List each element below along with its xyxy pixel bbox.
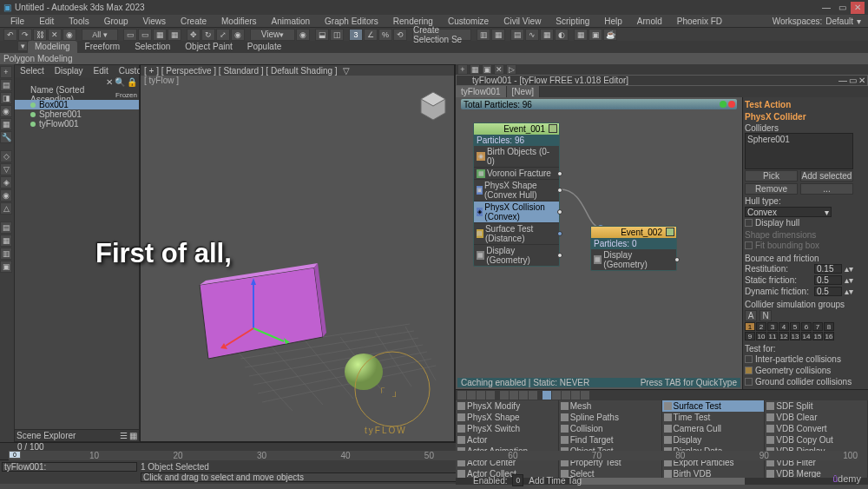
restitution-input[interactable] bbox=[814, 264, 842, 274]
spinner-icon[interactable]: ▴▾ bbox=[845, 287, 853, 296]
menu-create[interactable]: Create bbox=[174, 17, 214, 26]
tool-icon-b[interactable]: ▽ bbox=[0, 163, 12, 175]
link-button[interactable]: ⛓ bbox=[33, 29, 47, 41]
pivot-button[interactable]: ◉ bbox=[296, 29, 310, 41]
tool-icon-d[interactable]: ◉ bbox=[0, 189, 12, 202]
maximize-icon[interactable]: ▭ bbox=[849, 76, 857, 85]
pick-button[interactable]: Pick bbox=[745, 170, 798, 182]
lib-icon[interactable] bbox=[500, 391, 509, 400]
angle-snap-button[interactable]: ∠ bbox=[364, 29, 378, 41]
physx-collider-header[interactable]: PhysX Collider bbox=[745, 111, 853, 122]
sim-group-cell[interactable]: 12 bbox=[779, 332, 789, 340]
se-tab-edit[interactable]: Edit bbox=[89, 65, 114, 77]
close-button[interactable]: ✕ bbox=[851, 2, 865, 14]
hierarchy-panel-icon[interactable]: ◨ bbox=[0, 92, 12, 104]
tool-icon-i[interactable]: ▣ bbox=[0, 261, 12, 273]
all-button[interactable]: A bbox=[745, 310, 757, 321]
lib-item[interactable]: VDB Clear bbox=[765, 412, 867, 423]
minimize-button[interactable]: — bbox=[819, 2, 833, 14]
tool-icon-a[interactable]: ◇ bbox=[0, 150, 12, 162]
sim-group-cell[interactable]: 3 bbox=[767, 322, 778, 331]
snap-button[interactable]: 3 bbox=[349, 29, 363, 41]
add-selected-button[interactable]: Add selected bbox=[800, 170, 853, 182]
lib-icon[interactable] bbox=[467, 391, 476, 400]
modify-panel-icon[interactable]: ▤ bbox=[0, 79, 12, 91]
op-surface-test[interactable]: ▤Surface Test (Distance) bbox=[474, 223, 559, 245]
menu-edit[interactable]: Edit bbox=[32, 17, 61, 26]
sim-group-cell[interactable]: 9 bbox=[745, 332, 755, 340]
sim-group-cell[interactable]: 2 bbox=[756, 322, 766, 331]
material-editor-button[interactable]: ◐ bbox=[555, 29, 569, 41]
menu-animation[interactable]: Animation bbox=[265, 17, 317, 26]
ribbon-tab-modeling[interactable]: Modeling bbox=[28, 41, 77, 53]
list-item[interactable]: Sphere001 bbox=[15, 109, 139, 119]
node-graph[interactable]: Total Particles: 96 Event_001 Particles:… bbox=[456, 97, 742, 389]
op-physx-collision[interactable]: ◈PhysX Collision (Convex) bbox=[474, 202, 559, 223]
lib-item[interactable]: Actor bbox=[456, 434, 558, 446]
op-display[interactable]: ▦Display (Geometry) bbox=[474, 245, 559, 266]
move-button[interactable]: ✥ bbox=[187, 29, 201, 41]
schematic-button[interactable]: ▦ bbox=[540, 29, 554, 41]
undo-button[interactable]: ↶ bbox=[3, 29, 17, 41]
layer-button[interactable]: ▤ bbox=[510, 29, 524, 41]
tool-icon-g[interactable]: ▦ bbox=[0, 235, 12, 247]
refsys-dropdown[interactable]: View ▾ bbox=[250, 29, 295, 41]
menu-icon[interactable]: ☰ bbox=[120, 431, 128, 440]
se-tab-display[interactable]: Display bbox=[49, 65, 89, 77]
lib-item[interactable]: PhysX Modify bbox=[456, 400, 558, 412]
sim-group-cell[interactable]: 13 bbox=[790, 332, 800, 340]
test-action-header[interactable]: Test Action bbox=[745, 99, 853, 110]
add-icon[interactable]: + bbox=[457, 64, 468, 75]
lib-item[interactable]: PhysX Switch bbox=[456, 423, 558, 434]
list-item[interactable]: tyFlow001 bbox=[15, 119, 139, 129]
more-button[interactable]: ... bbox=[800, 183, 853, 195]
sim-group-cell[interactable]: 7 bbox=[812, 322, 823, 331]
lib-item[interactable]: Birth VDB bbox=[662, 468, 765, 478]
maximize-button[interactable]: ▭ bbox=[835, 2, 849, 14]
ribbon-tab-selection[interactable]: Selection bbox=[128, 41, 177, 53]
editor-tab[interactable]: tyFlow001 bbox=[456, 86, 507, 97]
named-sel-dropdown[interactable]: Create Selection Se bbox=[412, 29, 471, 41]
workspace-dropdown[interactable]: Default bbox=[825, 17, 853, 26]
ribbon-tab-populate[interactable]: Populate bbox=[240, 41, 288, 53]
sphere-object[interactable] bbox=[345, 354, 383, 390]
percent-snap-button[interactable]: % bbox=[378, 29, 392, 41]
tool-icon-c[interactable]: ◈ bbox=[0, 176, 12, 188]
menu-tools[interactable]: Tools bbox=[62, 17, 95, 26]
lib-item[interactable]: Camera Cull bbox=[662, 423, 765, 434]
delete-icon[interactable]: ✕ bbox=[494, 64, 504, 75]
op-birth[interactable]: ◉Birth Objects (0-0) bbox=[474, 146, 559, 168]
render-setup-button[interactable]: ▦ bbox=[574, 29, 588, 41]
render-button[interactable]: ☕ bbox=[603, 29, 617, 41]
chevron-down-icon[interactable]: ▾ bbox=[857, 17, 861, 26]
fit-bbox-checkbox[interactable] bbox=[745, 241, 753, 249]
lib-icon[interactable] bbox=[529, 391, 537, 400]
menu-help[interactable]: Help bbox=[597, 17, 629, 26]
select-rect-button[interactable]: ▦ bbox=[153, 29, 167, 41]
search-icon[interactable]: 🔍 bbox=[115, 77, 125, 89]
utilities-panel-icon[interactable]: 🔧 bbox=[0, 131, 12, 143]
lock-icon[interactable]: 🔒 bbox=[127, 77, 137, 89]
editor-tab-new[interactable]: [New] bbox=[507, 86, 541, 97]
event-header[interactable]: Event_001 bbox=[474, 123, 559, 135]
sim-group-cell[interactable]: 10 bbox=[756, 332, 766, 340]
se-tab-select[interactable]: Select bbox=[15, 65, 49, 77]
menu-phoenixfd[interactable]: Phoenix FD bbox=[670, 17, 729, 26]
spinner-icon[interactable]: ▴▾ bbox=[845, 264, 853, 274]
lib-icon[interactable] bbox=[562, 391, 570, 400]
inter-particle-checkbox[interactable] bbox=[745, 355, 753, 363]
lib-icon[interactable] bbox=[486, 391, 495, 400]
sim-group-cell[interactable]: 6 bbox=[801, 322, 812, 331]
sim-group-cell[interactable]: 15 bbox=[812, 332, 823, 340]
unlink-button[interactable]: ✕ bbox=[48, 29, 62, 41]
scale-button[interactable]: ⤢ bbox=[216, 29, 230, 41]
lib-item[interactable]: Find Target bbox=[559, 434, 661, 446]
ribbon-toggle-button[interactable]: ▾ bbox=[17, 41, 28, 51]
lib-item[interactable]: Display bbox=[662, 434, 765, 446]
filter-icon[interactable]: ▽ bbox=[343, 66, 350, 76]
lib-item[interactable]: Surface Test bbox=[662, 400, 765, 412]
sim-group-cell[interactable]: 1 bbox=[745, 322, 755, 331]
motion-panel-icon[interactable]: ◉ bbox=[0, 105, 12, 117]
add-time-tag[interactable]: Add Time Tag bbox=[529, 476, 582, 486]
viewport-label[interactable]: [ + ] [ Perspective ] [ Standard ] [ Def… bbox=[144, 66, 338, 76]
